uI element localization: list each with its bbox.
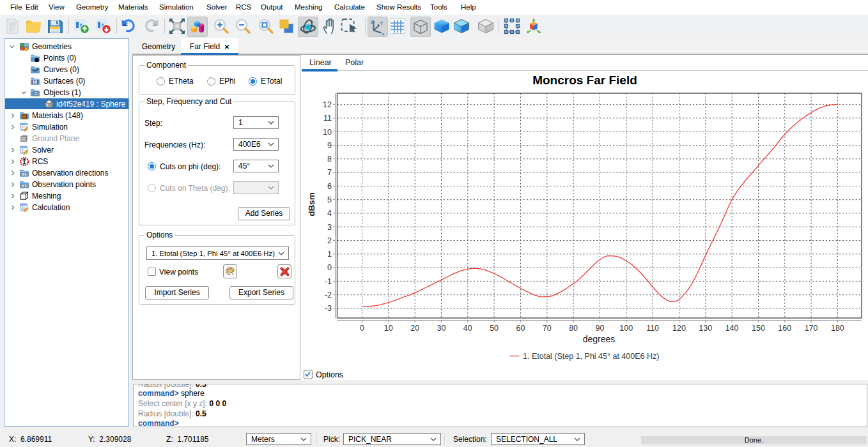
svg-text:150: 150 (752, 324, 765, 333)
svg-text:140: 140 (725, 324, 739, 333)
svg-text:-1: -1 (325, 277, 332, 286)
svg-text:110: 110 (646, 324, 659, 333)
svg-text:130: 130 (699, 324, 712, 333)
svg-text:90: 90 (596, 324, 605, 333)
svg-text:80: 80 (569, 324, 578, 333)
svg-text:8: 8 (327, 155, 332, 163)
svg-text:40: 40 (463, 324, 472, 333)
svg-text:3: 3 (327, 223, 332, 232)
svg-text:2: 2 (327, 236, 332, 245)
svg-text:5: 5 (327, 195, 332, 204)
svg-text:-2: -2 (325, 291, 332, 299)
svg-text:Linear: Linear (309, 58, 332, 67)
svg-text:Options: Options (316, 370, 343, 379)
svg-text:0: 0 (360, 324, 364, 333)
svg-text:1. Etotal (Step 1, Phi 45° at: 1. Etotal (Step 1, Phi 45° at 400E6 Hz) (523, 352, 659, 361)
svg-text:10: 10 (323, 128, 332, 137)
svg-text:Moncros Far Field: Moncros Far Field (532, 73, 637, 87)
svg-text:x: x (382, 32, 385, 36)
svg-text:-3: -3 (325, 304, 332, 313)
svg-text:12: 12 (323, 100, 332, 109)
svg-text:Z: Z (371, 20, 374, 24)
svg-text:6: 6 (327, 182, 332, 191)
svg-text:10: 10 (384, 324, 393, 333)
svg-text:70: 70 (543, 324, 552, 333)
svg-text:160: 160 (778, 324, 791, 333)
svg-text:11: 11 (323, 114, 332, 123)
svg-text:0: 0 (327, 263, 332, 272)
svg-text:1: 1 (327, 250, 332, 259)
svg-text:Y: Y (380, 21, 384, 26)
svg-text:30: 30 (437, 324, 446, 333)
svg-text:120: 120 (672, 324, 686, 333)
svg-text:60: 60 (516, 324, 525, 333)
svg-text:9: 9 (327, 141, 332, 150)
svg-text:dBsm: dBsm (307, 192, 316, 216)
svg-text:7: 7 (327, 168, 332, 177)
svg-text:20: 20 (410, 324, 419, 333)
svg-text:50: 50 (490, 324, 499, 333)
svg-text:170: 170 (805, 324, 818, 333)
svg-text:Polar: Polar (345, 58, 364, 67)
svg-text:degrees: degrees (583, 334, 616, 344)
svg-text:100: 100 (619, 324, 633, 333)
svg-text:180: 180 (831, 324, 844, 333)
svg-text:4: 4 (327, 209, 332, 218)
